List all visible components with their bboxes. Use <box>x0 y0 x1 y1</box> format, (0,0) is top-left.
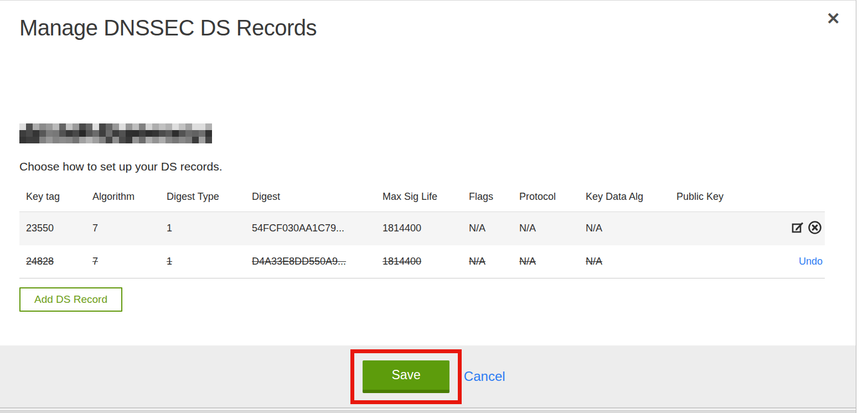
cell-max-sig-life: 1814400 <box>383 212 469 245</box>
undo-link[interactable]: Undo <box>799 256 823 267</box>
column-header-flags: Flags <box>469 183 519 212</box>
column-header-key-data-alg: Key Data Alg <box>586 183 676 212</box>
cell-protocol: N/A <box>519 212 586 245</box>
table-row: 23550 7 1 54FCF030AA1C79... 1814400 N/A … <box>19 212 825 245</box>
delete-record-icon[interactable] <box>807 220 823 235</box>
subtitle-text: Choose how to set up your DS records. <box>19 160 856 173</box>
cell-key-tag: 24828 <box>19 245 92 278</box>
cell-digest: D4A33E8DD550A9... <box>252 245 383 278</box>
table-row-deleted: 24828 7 1 D4A33E8DD550A9... 1814400 N/A … <box>19 245 825 278</box>
cell-digest-type: 1 <box>167 212 252 245</box>
table-header-row: Key tag Algorithm Digest Type Digest Max… <box>19 183 825 212</box>
cell-algorithm: 7 <box>92 212 167 245</box>
cell-key-tag: 23550 <box>19 212 92 245</box>
edit-record-icon[interactable] <box>790 220 806 235</box>
page-title: Manage DNSSEC DS Records <box>19 15 856 40</box>
annotation-save-highlight: Save <box>350 349 461 404</box>
cell-flags: N/A <box>469 212 519 245</box>
cell-algorithm: 7 <box>92 245 167 278</box>
modal-footer: Save Cancel <box>0 345 856 409</box>
manage-dnssec-modal: Manage DNSSEC DS Records ✕ Choose how to… <box>0 0 856 413</box>
row-actions: Undo <box>748 245 825 278</box>
column-header-protocol: Protocol <box>519 183 586 212</box>
close-icon[interactable]: ✕ <box>826 9 840 28</box>
column-header-digest: Digest <box>252 183 383 212</box>
cell-digest: 54FCF030AA1C79... <box>252 212 383 245</box>
cell-public-key <box>676 245 748 278</box>
cell-public-key <box>676 212 748 245</box>
cell-max-sig-life: 1814400 <box>383 245 469 278</box>
ds-records-table: Key tag Algorithm Digest Type Digest Max… <box>19 183 825 278</box>
column-header-digest-type: Digest Type <box>167 183 252 212</box>
cell-protocol: N/A <box>519 245 586 278</box>
cell-key-data-alg: N/A <box>586 245 676 278</box>
cell-flags: N/A <box>469 245 519 278</box>
column-header-max-sig-life: Max Sig Life <box>383 183 469 212</box>
save-button[interactable]: Save <box>363 360 449 393</box>
cell-digest-type: 1 <box>167 245 252 278</box>
column-header-algorithm: Algorithm <box>92 183 167 212</box>
column-header-actions <box>748 183 825 212</box>
column-header-public-key: Public Key <box>676 183 748 212</box>
domain-name-redacted <box>19 123 212 143</box>
column-header-key-tag: Key tag <box>19 183 92 212</box>
add-ds-record-button[interactable]: Add DS Record <box>19 287 122 312</box>
cancel-link[interactable]: Cancel <box>464 369 505 384</box>
modal-bottom-edge <box>0 410 856 413</box>
cell-key-data-alg: N/A <box>586 212 676 245</box>
row-actions <box>748 212 825 245</box>
